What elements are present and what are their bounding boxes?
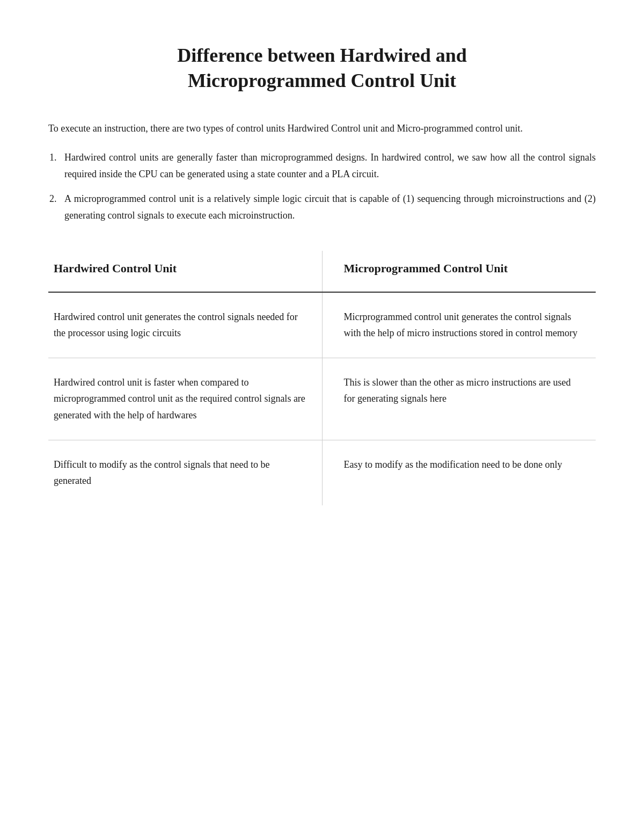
col2-header: Microprogrammed Control Unit	[322, 251, 596, 292]
col1-header: Hardwired Control Unit	[48, 251, 322, 292]
row3-col2: Easy to modify as the modification need …	[322, 440, 596, 505]
intro-text: To execute an instruction, there are two…	[48, 120, 596, 137]
numbered-list: Hardwired control units are generally fa…	[59, 149, 596, 223]
table-row: Hardwired control unit generates the con…	[48, 292, 596, 358]
comparison-table: Hardwired Control Unit Microprogrammed C…	[48, 251, 596, 505]
page-title: Difference between Hardwired and Micropr…	[48, 43, 596, 93]
row1-col2: Micrprogrammed control unit generates th…	[322, 292, 596, 358]
table-row: Hardwired control unit is faster when co…	[48, 358, 596, 440]
row2-col2: This is slower than the other as micro i…	[322, 358, 596, 440]
list-item-2: A microprogrammed control unit is a rela…	[59, 191, 596, 223]
row2-col1: Hardwired control unit is faster when co…	[48, 358, 322, 440]
row3-col1: Difficult to modify as the control signa…	[48, 440, 322, 505]
row1-col1: Hardwired control unit generates the con…	[48, 292, 322, 358]
table-row: Difficult to modify as the control signa…	[48, 440, 596, 505]
list-item-1: Hardwired control units are generally fa…	[59, 149, 596, 182]
